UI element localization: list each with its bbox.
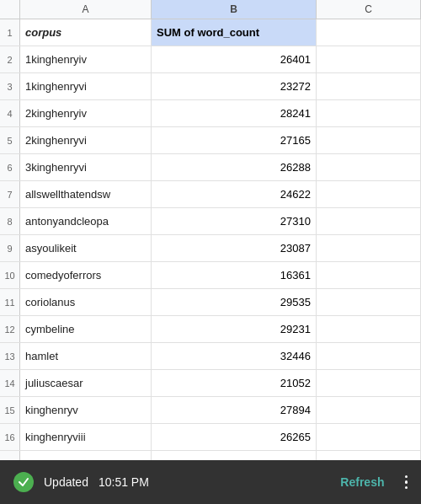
- row-num-11: 11: [0, 289, 20, 315]
- value-cell: 23272: [152, 73, 317, 99]
- value-cell: 26265: [152, 424, 317, 450]
- row-num-16: 16: [0, 424, 20, 450]
- corpus-cell: antonyandcleopa: [20, 208, 152, 234]
- spreadsheet: A B C 1 corpus SUM of word_count 2 1king…: [0, 0, 421, 504]
- corpus-cell: cymbeline: [20, 316, 152, 342]
- corpus-cell: hamlet: [20, 343, 152, 369]
- data-rows: 2 1kinghenryiv 26401 3 1kinghenryvi 2327…: [0, 46, 421, 478]
- row-num-4: 4: [0, 100, 20, 126]
- corpus-cell: kinghenryviii: [20, 424, 152, 450]
- value-cell: 27165: [152, 127, 317, 153]
- row-num-13: 13: [0, 343, 20, 369]
- table-row: 16 kinghenryviii 26265: [0, 424, 421, 451]
- corpus-cell: 2kinghenryvi: [20, 127, 152, 153]
- more-options-button[interactable]: [405, 475, 408, 490]
- empty-cell: [317, 316, 421, 342]
- empty-cell: [317, 235, 421, 261]
- empty-cell: [317, 262, 421, 288]
- value-cell: 24622: [152, 181, 317, 207]
- corpus-cell: juliuscaesar: [20, 370, 152, 396]
- table-row: 3 1kinghenryvi 23272: [0, 73, 421, 100]
- row-num-12: 12: [0, 316, 20, 342]
- table-row: 15 kinghenryv 27894: [0, 397, 421, 424]
- empty-cell: [317, 208, 421, 234]
- pivot-header-row: 1 corpus SUM of word_count: [0, 19, 421, 46]
- corpus-cell: allswellthatendsw: [20, 181, 152, 207]
- value-cell: 26288: [152, 154, 317, 180]
- col-header-c: C: [317, 0, 421, 19]
- empty-cell: [317, 100, 421, 126]
- empty-cell: [317, 343, 421, 369]
- table-row: 12 cymbeline 29231: [0, 316, 421, 343]
- row-num-15: 15: [0, 397, 20, 423]
- sum-header-cell: SUM of word_count: [152, 19, 317, 46]
- empty-cell: [317, 73, 421, 99]
- col-header-b: B: [152, 0, 317, 19]
- corpus-cell: 3kinghenryvi: [20, 154, 152, 180]
- empty-cell: [317, 46, 421, 72]
- value-cell: 28241: [152, 100, 317, 126]
- value-cell: 29231: [152, 316, 317, 342]
- table-row: 7 allswellthatendsw 24622: [0, 181, 421, 208]
- row-num-8: 8: [0, 208, 20, 234]
- empty-cell: [317, 424, 421, 450]
- toast-updated-label: Updated: [44, 475, 88, 489]
- value-cell: 27894: [152, 397, 317, 423]
- row-num-9: 9: [0, 235, 20, 261]
- empty-cell: [317, 370, 421, 396]
- corpus-cell: 2kinghenryiv: [20, 100, 152, 126]
- empty-cell: [317, 127, 421, 153]
- toast-time: 10:51 PM: [99, 475, 149, 489]
- corpus-cell: 1kinghenryvi: [20, 73, 152, 99]
- refresh-button[interactable]: Refresh: [340, 475, 384, 489]
- empty-cell: [317, 154, 421, 180]
- corpus-cell: comedyoferrors: [20, 262, 152, 288]
- more-dot-1: [405, 475, 408, 479]
- row-num-6: 6: [0, 154, 20, 180]
- column-headers: A B C: [0, 0, 421, 19]
- corpus-cell: asyoulikeit: [20, 235, 152, 261]
- table-row: 4 2kinghenryiv 28241: [0, 100, 421, 127]
- header-c-cell: [317, 19, 421, 46]
- value-cell: 23087: [152, 235, 317, 261]
- table-row: 2 1kinghenryiv 26401: [0, 46, 421, 73]
- value-cell: 21052: [152, 370, 317, 396]
- updated-check-icon: [13, 472, 34, 492]
- table-row: 5 2kinghenryvi 27165: [0, 127, 421, 154]
- corpus-header-cell: corpus: [20, 19, 152, 46]
- empty-cell: [317, 289, 421, 315]
- table-row: 13 hamlet 32446: [0, 343, 421, 370]
- empty-cell: [317, 397, 421, 423]
- row-num-2: 2: [0, 46, 20, 72]
- table-row: 10 comedyoferrors 16361: [0, 262, 421, 289]
- toast-bar: Updated 10:51 PM Refresh: [0, 460, 421, 504]
- col-header-a: A: [20, 0, 152, 19]
- value-cell: 16361: [152, 262, 317, 288]
- row-num-14: 14: [0, 370, 20, 396]
- header-corner: [0, 0, 20, 19]
- corpus-cell: coriolanus: [20, 289, 152, 315]
- row-num-10: 10: [0, 262, 20, 288]
- row-num-3: 3: [0, 73, 20, 99]
- table-body: 1 corpus SUM of word_count 2 1kinghenryi…: [0, 19, 421, 504]
- value-cell: 32446: [152, 343, 317, 369]
- row-num-7: 7: [0, 181, 20, 207]
- table-row: 6 3kinghenryvi 26288: [0, 154, 421, 181]
- row-num-1: 1: [0, 19, 20, 46]
- corpus-cell: kinghenryv: [20, 397, 152, 423]
- table-row: 14 juliuscaesar 21052: [0, 370, 421, 397]
- value-cell: 27310: [152, 208, 317, 234]
- value-cell: 29535: [152, 289, 317, 315]
- table-row: 11 coriolanus 29535: [0, 289, 421, 316]
- table-row: 8 antonyandcleopa 27310: [0, 208, 421, 235]
- row-num-5: 5: [0, 127, 20, 153]
- corpus-cell: 1kinghenryiv: [20, 46, 152, 72]
- value-cell: 26401: [152, 46, 317, 72]
- more-dot-3: [405, 486, 408, 490]
- table-row: 9 asyoulikeit 23087: [0, 235, 421, 262]
- more-dot-2: [405, 480, 408, 484]
- empty-cell: [317, 181, 421, 207]
